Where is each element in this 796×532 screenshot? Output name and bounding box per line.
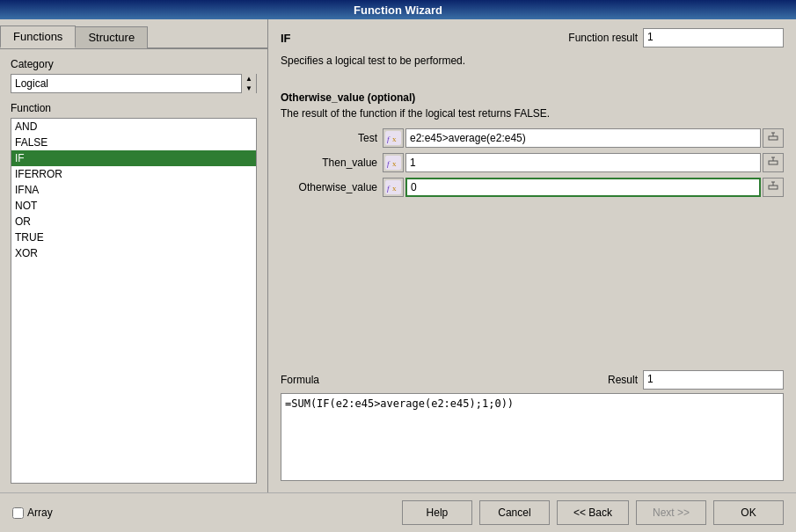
arg-icon-otherwise[interactable]: f x: [383, 178, 404, 197]
svg-text:x: x: [392, 184, 397, 193]
function-item-true[interactable]: TRUE: [11, 230, 256, 245]
arg-row-otherwise: Otherwise_value f x: [281, 178, 784, 197]
function-item-false[interactable]: FALSE: [11, 135, 256, 150]
tab-structure[interactable]: Structure: [75, 26, 148, 49]
arg-row-then: Then_value f x: [281, 153, 784, 172]
next-button[interactable]: Next >>: [636, 500, 706, 525]
spinner-down[interactable]: ▼: [242, 84, 256, 93]
function-list: AND FALSE IF IFERROR IFNA NOT OR TRUE XO…: [11, 118, 257, 484]
tab-functions[interactable]: Functions: [0, 26, 76, 48]
result-value: 1: [643, 370, 784, 390]
func-result-label: Function result: [568, 32, 638, 44]
bottom-bar: Array Help Cancel << Back Next >> OK: [0, 492, 796, 532]
left-panel: Functions Structure Category Logical ▲ ▼: [0, 19, 268, 492]
arg-icon-test[interactable]: f x: [383, 128, 404, 148]
optional-label: Otherwise_value (optional): [281, 91, 784, 104]
function-item-and[interactable]: AND: [11, 119, 256, 135]
arg-shrink-then[interactable]: [763, 153, 784, 172]
array-label: Array: [27, 506, 53, 519]
function-item-iferror[interactable]: IFERROR: [11, 166, 256, 182]
ok-button[interactable]: OK: [713, 500, 784, 525]
arg-icon-then[interactable]: f x: [383, 153, 404, 172]
category-value: Logical: [11, 76, 241, 91]
main-content: Functions Structure Category Logical ▲ ▼: [0, 19, 796, 492]
function-item-ifna[interactable]: IFNA: [11, 182, 256, 198]
arg-shrink-test[interactable]: [763, 128, 784, 148]
right-panel: IF Function result 1 Specifies a logical…: [268, 19, 796, 492]
arg-input-otherwise[interactable]: [405, 178, 761, 197]
shrink-icon-then: [767, 157, 779, 169]
help-button[interactable]: Help: [402, 500, 472, 525]
fx-icon-then: f x: [385, 156, 401, 170]
array-check: Array: [12, 506, 53, 519]
spinner-up[interactable]: ▲: [242, 74, 256, 84]
description-box: Specifies a logical test to be performed…: [281, 55, 784, 86]
function-item-not[interactable]: NOT: [11, 198, 256, 214]
svg-text:x: x: [392, 159, 397, 168]
category-label: Category: [11, 58, 257, 70]
arg-label-otherwise: Otherwise_value: [281, 181, 377, 193]
shrink-icon-test: [767, 132, 779, 144]
formula-label: Formula: [281, 374, 319, 386]
left-inner: Category Logical ▲ ▼ Function AND FALSE …: [0, 49, 267, 492]
function-item-or[interactable]: OR: [11, 214, 256, 230]
dialog-body: Functions Structure Category Logical ▲ ▼: [0, 19, 796, 532]
title-text: Function Wizard: [354, 4, 442, 17]
tabs-row: Functions Structure: [0, 19, 267, 49]
function-item-if[interactable]: IF: [11, 150, 256, 166]
arg-input-test[interactable]: [405, 128, 761, 148]
func-header-row: IF Function result 1: [281, 28, 784, 47]
formula-header: Formula Result 1: [281, 370, 784, 390]
result-label: Result: [608, 374, 638, 386]
arg-label-then: Then_value: [281, 157, 377, 169]
svg-text:x: x: [392, 135, 397, 143]
back-button[interactable]: << Back: [557, 500, 629, 525]
arg-shrink-otherwise[interactable]: [763, 178, 784, 197]
fx-icon-test: f x: [385, 131, 401, 145]
arg-label-test: Test: [281, 132, 377, 144]
arg-input-then[interactable]: [405, 153, 761, 172]
function-label: Function: [11, 102, 257, 114]
func-name: IF: [281, 32, 316, 45]
function-item-xor[interactable]: XOR: [11, 245, 256, 261]
array-checkbox[interactable]: [12, 507, 24, 519]
title-bar: Function Wizard: [0, 0, 796, 19]
arg-row-test: Test f x: [281, 128, 784, 148]
category-select[interactable]: Logical ▲ ▼: [11, 74, 257, 93]
category-row: Logical ▲ ▼: [11, 74, 257, 93]
formula-section: Formula Result 1 =SUM(IF(e2:e45>average(…: [281, 370, 784, 484]
description-text: Specifies a logical test to be performed…: [281, 55, 465, 67]
category-spinner: ▲ ▼: [241, 74, 256, 93]
fx-icon-otherwise: f x: [385, 180, 401, 194]
cancel-button[interactable]: Cancel: [479, 500, 550, 525]
optional-desc: The result of the function if the logica…: [281, 107, 784, 120]
formula-textarea[interactable]: =SUM(IF(e2:e45>average(e2:e45);1;0)): [281, 393, 784, 481]
func-result-value: 1: [643, 28, 784, 47]
shrink-icon-otherwise: [767, 181, 779, 193]
arg-rows: Test f x: [281, 128, 784, 197]
